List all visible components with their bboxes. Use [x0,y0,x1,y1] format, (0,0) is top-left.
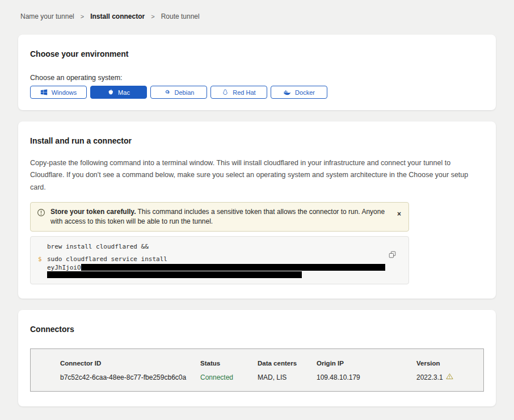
token-prefix: eyJhIjoiO [47,264,81,271]
breadcrumb-install-connector[interactable]: Install connector [90,12,145,20]
os-button-label: Windows [52,89,77,96]
token-warning-text: Store your token carefully.This command … [50,207,391,226]
col-header-data-centers: Data centers [258,360,317,367]
alert-circle-icon [37,208,45,226]
breadcrumb: Name your tunnel > Install connector > R… [18,12,496,20]
debian-icon [163,89,171,96]
close-icon[interactable]: × [397,211,401,217]
redaction-bar [81,264,385,271]
os-button-redhat[interactable]: Red Hat [210,86,267,99]
redaction-bar [47,271,302,278]
os-button-docker[interactable]: Docker [271,86,327,99]
connectors-card-title: Connectors [30,325,484,334]
install-connector-card: Install and run a connector Copy-paste t… [18,121,496,299]
col-header-version: Version [416,360,478,367]
breadcrumb-separator: > [151,13,154,20]
data-centers-value: MAD, LIS [258,373,317,381]
copy-icon[interactable] [389,251,396,260]
redhat-tux-icon [222,89,229,96]
os-button-group: Windows Mac Debian Red Hat Docker [30,86,484,99]
connectors-table-header: Connector ID Status Data centers Origin … [60,360,478,367]
apple-icon [107,89,114,96]
table-row: b7c52c42-6caa-48ee-8c77-fbe259cb6c0a Con… [60,373,478,381]
os-button-label: Debian [175,89,195,96]
version-number: 2022.3.1 [416,373,443,381]
environment-card-title: Choose your environment [30,49,484,58]
os-button-windows[interactable]: Windows [30,86,87,99]
install-command-code-block: brew install cloudflared && $ sudo cloud… [30,236,409,284]
version-value: 2022.3.1 [416,373,478,381]
token-warning-bold: Store your token carefully. [50,208,136,216]
code-line-sudo: sudo cloudflared service install [47,255,167,264]
os-button-label: Mac [118,89,130,96]
warning-triangle-icon [446,373,453,381]
os-button-label: Docker [295,89,315,96]
os-select-label: Choose an operating system: [30,74,484,82]
shell-prompt: $ [31,255,47,264]
tunnel-setup-page: Name your tunnel > Install connector > R… [0,0,514,420]
windows-icon [40,89,48,96]
token-warning-banner: Store your token carefully.This command … [30,202,409,232]
breadcrumb-name-your-tunnel[interactable]: Name your tunnel [20,12,74,20]
install-card-title: Install and run a connector [30,136,484,145]
connectors-table: Connector ID Status Data centers Origin … [30,348,484,392]
choose-environment-card: Choose your environment Choose an operat… [18,35,496,110]
breadcrumb-route-tunnel[interactable]: Route tunnel [161,12,200,20]
os-button-mac[interactable]: Mac [90,86,147,99]
status-badge: Connected [200,373,258,381]
os-button-label: Red Hat [233,89,255,96]
docker-whale-icon [283,89,291,96]
code-line-token: eyJhIjoiO [31,264,408,271]
code-line-brew: brew install cloudflared && [31,243,408,251]
code-row-sudo: $ sudo cloudflared service install [31,255,408,264]
connectors-card: Connectors Connector ID Status Data cent… [18,310,496,406]
breadcrumb-separator: > [81,13,84,20]
connector-id-value: b7c52c42-6caa-48ee-8c77-fbe259cb6c0a [60,373,200,381]
col-header-status: Status [200,360,258,367]
origin-ip-value: 109.48.10.179 [317,373,416,381]
col-header-origin-ip: Origin IP [317,360,416,367]
os-button-debian[interactable]: Debian [150,86,207,99]
col-header-connector-id: Connector ID [60,360,200,367]
install-description: Copy-paste the following command into a … [30,157,481,194]
